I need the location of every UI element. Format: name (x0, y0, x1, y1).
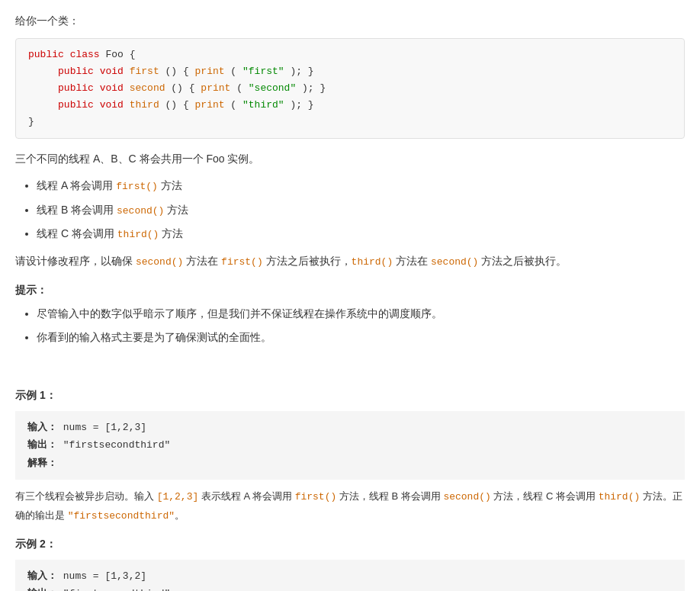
intro-text: 给你一个类： (15, 12, 685, 31)
example1-block: 输入： nums = [1,2,3] 输出： "firstsecondthird… (15, 411, 685, 480)
hints-list: 尽管输入中的数字似乎暗示了顺序，但是我们并不保证线程在操作系统中的调度顺序。 你… (15, 304, 685, 347)
list-item-3: 线程 C 将会调用 third() 方法 (37, 224, 685, 243)
code-line-5: } (28, 114, 672, 130)
hints-section: 提示： 尽管输入中的数字似乎暗示了顺序，但是我们并不保证线程在操作系统中的调度顺… (15, 281, 685, 347)
list-item-2: 线程 B 将会调用 second() 方法 (37, 201, 685, 220)
example1-explain-label: 解释： (27, 454, 673, 472)
example1-title: 示例 1： (15, 387, 685, 405)
hint-item-1: 尽管输入中的数字似乎暗示了顺序，但是我们并不保证线程在操作系统中的调度顺序。 (37, 304, 685, 323)
example1-section: 示例 1： 输入： nums = [1,2,3] 输出： "firstsecon… (15, 387, 685, 525)
hint-title: 提示： (15, 281, 685, 300)
requirement-text: 请设计修改程序，以确保 second() 方法在 first() 方法之后被执行… (15, 252, 685, 271)
example2-output: 输出： "firstsecondthird" (27, 585, 673, 591)
example2-block: 输入： nums = [1,3,2] 输出： "firstsecondthird… (15, 560, 685, 591)
code-line-3: public void second () { print ( "second"… (28, 80, 672, 97)
example1-explain-text: 有三个线程会被异步启动。输入 [1,2,3] 表示线程 A 将会调用 first… (15, 487, 685, 525)
description-1: 三个不同的线程 A、B、C 将会共用一个 Foo 实例。 (15, 149, 685, 169)
hint-item-2: 你看到的输入格式主要是为了确保测试的全面性。 (37, 328, 685, 347)
code-line-1: public class Foo { (28, 47, 672, 63)
example1-output: 输出： "firstsecondthird" (27, 436, 673, 454)
example2-input: 输入： nums = [1,3,2] (27, 567, 673, 585)
example2-title: 示例 2： (15, 535, 685, 554)
bullet-list: 线程 A 将会调用 first() 方法 线程 B 将会调用 second() … (15, 176, 685, 243)
code-line-4: public void third () { print ( "third" )… (28, 97, 672, 114)
list-item-1: 线程 A 将会调用 first() 方法 (37, 176, 685, 195)
example2-section: 示例 2： 输入： nums = [1,3,2] 输出： "firstsecon… (15, 535, 685, 591)
code-block: public class Foo { public void first () … (15, 38, 685, 139)
code-line-2: public void first () { print ( "first" )… (28, 63, 672, 80)
example1-input: 输入： nums = [1,2,3] (27, 419, 673, 436)
